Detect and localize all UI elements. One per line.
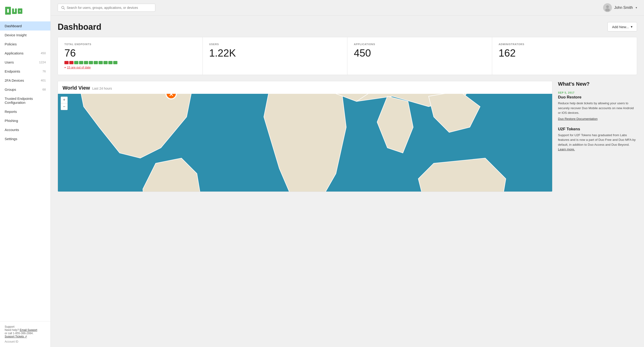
world-view-title: World View — [62, 85, 90, 91]
red-dot-icon: ● — [64, 66, 66, 69]
support-text: Need help? — [5, 328, 19, 332]
news-item-link-1[interactable]: Learn more. — [558, 148, 575, 151]
whats-new-section: What's New? SEP 5, 2017 Duo Restore Redu… — [558, 81, 637, 192]
news-item-0: SEP 5, 2017 Duo Restore Reduce help desk… — [558, 91, 637, 121]
map-container: + − — [58, 94, 552, 192]
news-item-title-0: Duo Restore — [558, 95, 637, 100]
sidebar-item-phishing[interactable]: Phishing — [0, 116, 50, 125]
sidebar-item-groups[interactable]: Groups68 — [0, 85, 50, 94]
svg-text:✕: ✕ — [169, 94, 174, 98]
world-map-svg: ✕ — [58, 94, 552, 192]
sidebar-item-label-settings: Settings — [5, 137, 17, 141]
stat-users: USERS 1.22K — [203, 37, 348, 75]
bar-green-5 — [94, 61, 98, 64]
sidebar-item-label-applications: Applications — [5, 51, 24, 55]
bar-green-4 — [89, 61, 93, 64]
sidebar-item-label-policies: Policies — [5, 42, 17, 46]
sidebar-item-users[interactable]: Users1224 — [0, 58, 50, 67]
bar-green-1 — [74, 61, 78, 64]
search-icon — [61, 6, 65, 10]
sidebar-item-label-endpoints: Endpoints — [5, 69, 20, 73]
sidebar-item-label-users: Users — [5, 60, 14, 64]
bottom-row: World View Last 24 hours + − — [58, 81, 637, 192]
add-new-chevron-icon: ▾ — [631, 25, 632, 29]
bar-green-8 — [108, 61, 112, 64]
world-view-subtitle: Last 24 hours — [92, 87, 112, 90]
svg-point-14 — [605, 8, 610, 12]
world-view-header: World View Last 24 hours — [58, 81, 552, 94]
out-of-date: ● 15 are out of date — [64, 66, 196, 69]
sidebar-item-label-device-insight: Device Insight — [5, 33, 26, 37]
sidebar: DashboardDevice InsightPoliciesApplicati… — [0, 0, 51, 347]
sidebar-item-label-phishing: Phishing — [5, 119, 18, 123]
news-item-link-0[interactable]: Duo Restore Documentation — [558, 117, 598, 121]
page-content: Dashboard Add New... ▾ TOTAL ENDPOINTS 7… — [51, 16, 644, 347]
logo-area — [0, 0, 50, 22]
duo-logo — [5, 6, 23, 16]
support-section: Support Need help? Email Support or call… — [0, 321, 50, 347]
main-area: John Smith ▾ Dashboard Add New... ▾ TOTA… — [51, 0, 644, 347]
user-menu[interactable]: John Smith ▾ — [603, 3, 637, 12]
sidebar-item-label-accounts: Accounts — [5, 128, 19, 132]
search-input[interactable] — [67, 6, 152, 10]
page-header: Dashboard Add New... ▾ — [58, 22, 637, 32]
avatar — [603, 3, 612, 12]
add-new-button[interactable]: Add New... ▾ — [608, 22, 637, 32]
account-id-label: Account ID — [5, 340, 46, 343]
world-view-section: World View Last 24 hours + − — [58, 81, 552, 192]
bar-red-2 — [69, 61, 74, 64]
chevron-down-icon: ▾ — [636, 6, 637, 9]
stat-value-users: 1.22K — [209, 48, 341, 59]
stat-value-endpoints: 76 — [64, 48, 196, 59]
sidebar-item-applications[interactable]: Applications450 — [0, 49, 50, 58]
bar-red-1 — [64, 61, 68, 64]
bar-green-2 — [79, 61, 83, 64]
stat-administrators: ADMINISTRATORS 162 — [492, 37, 637, 75]
news-item-body-0: Reduce help desk tickets by allowing you… — [558, 101, 637, 115]
bar-green-3 — [84, 61, 88, 64]
bar-green-6 — [98, 61, 103, 64]
stat-label-administrators: ADMINISTRATORS — [499, 43, 630, 46]
map-controls: + − — [61, 97, 68, 110]
sidebar-item-reports[interactable]: Reports — [0, 107, 50, 116]
svg-point-13 — [606, 5, 609, 8]
sidebar-item-settings[interactable]: Settings — [0, 134, 50, 143]
support-tickets-link[interactable]: Support Tickets ↗ — [5, 335, 27, 338]
sidebar-item-badge-users: 1224 — [39, 61, 46, 64]
email-support-link[interactable]: Email Support — [20, 328, 37, 332]
out-of-date-link[interactable]: 15 are out of date — [67, 66, 91, 69]
sidebar-item-2fa-devices[interactable]: 2FA Devices401 — [0, 76, 50, 85]
sidebar-item-badge-groups: 68 — [42, 88, 46, 91]
bar-green-7 — [104, 61, 108, 64]
stats-row: TOTAL ENDPOINTS 76 ● 15 — [58, 37, 637, 75]
zoom-in-button[interactable]: + — [61, 97, 68, 103]
svg-rect-10 — [20, 8, 22, 14]
support-heading: Support — [5, 325, 14, 328]
stat-value-administrators: 162 — [499, 48, 630, 59]
user-name-label: John Smith — [614, 6, 633, 10]
news-item-title-1: U2F Tokens — [558, 127, 637, 132]
stat-applications: APPLICATIONS 450 — [347, 37, 492, 75]
bar-green-9 — [113, 61, 118, 64]
sidebar-item-badge-endpoints: 76 — [42, 70, 46, 73]
sidebar-item-device-insight[interactable]: Device Insight — [0, 31, 50, 40]
sidebar-item-policies[interactable]: Policies — [0, 40, 50, 49]
endpoint-bars — [64, 61, 196, 64]
stat-label-applications: APPLICATIONS — [354, 43, 486, 46]
sidebar-item-label-dashboard: Dashboard — [5, 24, 22, 28]
sidebar-item-label-2fa-devices: 2FA Devices — [5, 78, 24, 82]
sidebar-item-label-groups: Groups — [5, 88, 16, 92]
sidebar-item-label-trusted-endpoints: Trusted Endpoints Configuration — [5, 97, 46, 105]
sidebar-item-badge-applications: 450 — [41, 52, 46, 55]
sidebar-item-endpoints[interactable]: Endpoints76 — [0, 67, 50, 76]
nav-menu: DashboardDevice InsightPoliciesApplicati… — [0, 22, 50, 143]
zoom-out-button[interactable]: − — [61, 103, 68, 110]
sidebar-item-accounts[interactable]: Accounts — [0, 125, 50, 134]
sidebar-item-dashboard[interactable]: Dashboard — [0, 22, 50, 31]
stat-label-users: USERS — [209, 43, 341, 46]
stat-total-endpoints: TOTAL ENDPOINTS 76 ● 15 — [58, 37, 203, 75]
sidebar-item-trusted-endpoints[interactable]: Trusted Endpoints Configuration — [0, 94, 50, 107]
sidebar-item-badge-2fa-devices: 401 — [41, 79, 46, 82]
search-box[interactable] — [58, 4, 155, 12]
whats-new-title: What's New? — [558, 81, 637, 87]
